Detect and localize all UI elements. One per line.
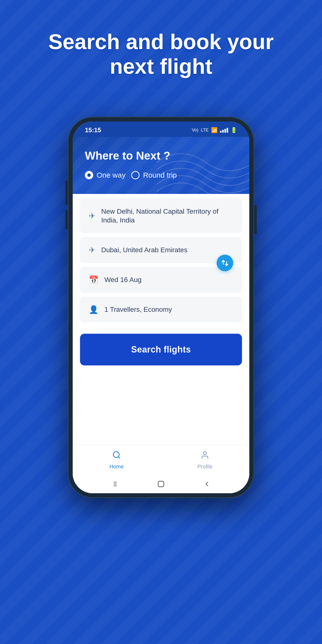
- date-field[interactable]: 📅 Wed 16 Aug: [80, 267, 242, 293]
- search-flights-button[interactable]: Search flights: [80, 334, 242, 366]
- bottom-nav: Home Profile: [73, 444, 249, 475]
- round-trip-radio[interactable]: [131, 171, 140, 179]
- round-trip-option[interactable]: Round trip: [131, 171, 176, 179]
- android-nav-bar: [73, 475, 249, 493]
- profile-label: Profile: [197, 464, 212, 470]
- one-way-option[interactable]: One way: [85, 171, 126, 179]
- carrier-icon: Vo): [192, 128, 198, 133]
- origin-text: New Delhi, National Capital Territory of…: [101, 207, 233, 225]
- phone-mockup: 15:15 Vo) LTE 📶 🔋: [68, 117, 254, 498]
- nav-profile[interactable]: Profile: [197, 450, 212, 470]
- android-home-btn[interactable]: [156, 479, 166, 489]
- travellers-field[interactable]: 👤 1 Travellers, Economy: [80, 297, 242, 322]
- header-title: Where to Next ?: [85, 149, 237, 162]
- status-bar: 15:15 Vo) LTE 📶 🔋: [73, 122, 249, 137]
- phone-screen: 15:15 Vo) LTE 📶 🔋: [73, 122, 249, 493]
- signal-icon: [220, 128, 228, 133]
- form-area: ✈ New Delhi, National Capital Territory …: [73, 194, 249, 331]
- origin-field[interactable]: ✈ New Delhi, National Capital Territory …: [80, 199, 242, 233]
- travellers-text: 1 Travellers, Economy: [104, 305, 172, 314]
- calendar-icon: 📅: [89, 275, 98, 284]
- home-icon: [112, 450, 121, 462]
- nav-home[interactable]: Home: [110, 450, 124, 470]
- lte-icon: LTE: [201, 128, 208, 133]
- home-label: Home: [110, 464, 124, 470]
- one-way-label: One way: [96, 171, 126, 179]
- destination-text: Dubai, United Arab Emirates: [101, 246, 187, 254]
- spacer: [73, 373, 249, 444]
- wave-decoration: [156, 137, 249, 194]
- hero-title: Search and book your next flight: [0, 29, 322, 78]
- date-text: Wed 16 Aug: [104, 276, 142, 284]
- profile-icon: [200, 450, 209, 462]
- android-recents-btn[interactable]: [110, 479, 120, 489]
- phone-frame: 15:15 Vo) LTE 📶 🔋: [68, 117, 254, 498]
- android-back-btn[interactable]: [202, 479, 212, 489]
- search-section: ✈ New Delhi, National Capital Territory …: [73, 194, 249, 493]
- svg-point-2: [204, 452, 206, 455]
- battery-icon: 🔋: [230, 127, 237, 134]
- app-header: Where to Next ? One way Round trip: [73, 137, 249, 194]
- wifi-icon: 📶: [211, 127, 218, 134]
- status-icons: Vo) LTE 📶 🔋: [192, 127, 237, 134]
- one-way-radio[interactable]: [85, 171, 93, 179]
- departure-icon: ✈: [89, 211, 96, 220]
- round-trip-label: Round trip: [143, 171, 176, 179]
- arrival-icon: ✈: [89, 246, 96, 255]
- svg-line-1: [118, 457, 120, 458]
- route-fields: ✈ New Delhi, National Capital Territory …: [80, 199, 242, 263]
- person-icon: 👤: [89, 305, 98, 314]
- status-time: 15:15: [85, 126, 101, 134]
- svg-rect-6: [158, 481, 164, 487]
- swap-button[interactable]: [216, 255, 233, 271]
- trip-options: One way Round trip: [85, 171, 237, 179]
